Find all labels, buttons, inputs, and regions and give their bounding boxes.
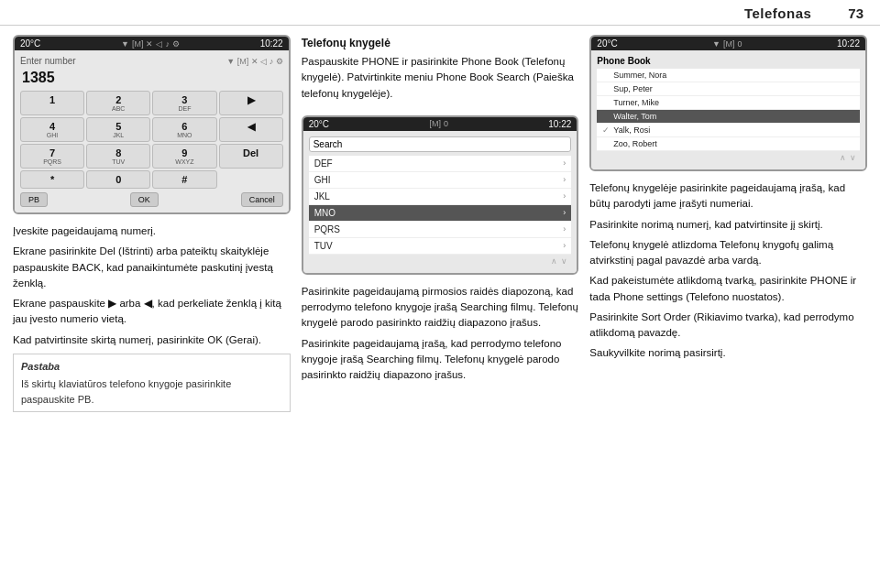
dialpad-key-del[interactable]: Del xyxy=(219,144,283,169)
screen3-icons: ▼ [M] 0 xyxy=(712,39,742,49)
screen3-item-summer[interactable]: Summer, Nora xyxy=(597,69,860,82)
list-item-mno[interactable]: MNO› xyxy=(309,205,572,222)
screen1-temp: 20°C xyxy=(20,38,40,49)
screen3-header: 20°C ▼ [M] 0 10:22 xyxy=(591,37,865,50)
col1-para-1: Įveskite pageidaujamą numerį. xyxy=(13,223,291,239)
screen3-item-turner[interactable]: Turner, Mike xyxy=(597,96,860,110)
screen2-icons: [M] 0 xyxy=(429,119,448,128)
scroll-up-icon[interactable]: ∧ xyxy=(551,256,557,266)
dialpad-arrow-right[interactable]: ▶ xyxy=(219,91,283,115)
screen1-label-row: Enter number ▼ [M] ✕ ◁ ♪ ⚙ xyxy=(20,56,283,66)
dialpad-key-3[interactable]: 3DEF xyxy=(152,91,216,115)
dialpad-screen: 20°C ▼ [M] ✕ ◁ ♪ ⚙ 10:22 Enter number ▼ … xyxy=(13,35,291,214)
column-3: 20°C ▼ [M] 0 10:22 Phone Book Summer, No… xyxy=(589,35,867,572)
list-item-jkl[interactable]: JKL› xyxy=(309,189,572,205)
screen2-header: 20°C [M] 0 10:22 xyxy=(303,117,578,131)
letters-list: DEF› GHI› JKL› MNO› PQRS› TUV› xyxy=(309,156,572,255)
screen3-scroll-down[interactable]: ∨ xyxy=(850,153,856,162)
dialpad-key-5[interactable]: 5JKL xyxy=(86,117,150,142)
phonebook-list: Summer, Nora Sup, Peter Turner, Mike Wal… xyxy=(597,69,860,151)
dialpad-key-6[interactable]: 6MNO xyxy=(152,117,216,142)
screen1-body: Enter number ▼ [M] ✕ ◁ ♪ ⚙ 1385 1 2ABC 3… xyxy=(15,50,289,212)
dialpad-key-star[interactable]: * xyxy=(20,170,84,189)
search-screen: 20°C [M] 0 10:22 Search DEF› GHI› xyxy=(302,115,579,275)
col2-section-title: Telefonų knygelė xyxy=(302,35,579,51)
page-number: 73 xyxy=(848,5,864,21)
dialpad-key-empty xyxy=(219,170,283,189)
screen3-body: Phone Book Summer, Nora Sup, Peter Turne… xyxy=(591,50,865,169)
col1-note: Pastaba Iš skirtų klaviatūros telefono k… xyxy=(13,354,291,413)
screen2-time: 10:22 xyxy=(548,119,571,129)
col1-text: Įveskite pageidaujamą numerį. Ekrane pas… xyxy=(13,223,291,412)
col2-section-title-block: Telefonų knygelė Paspauskite PHONE ir pa… xyxy=(302,35,579,106)
cancel-button[interactable]: Cancel xyxy=(241,192,283,207)
screen2-body: Search DEF› GHI› JKL› MNO› xyxy=(303,131,578,273)
dialpad-key-7[interactable]: 7PQRS xyxy=(20,144,84,169)
screen3-nav: ∧ ∨ xyxy=(597,151,860,164)
col3-text: Telefonų knygelėje pasirinkite pageidauj… xyxy=(589,180,867,366)
screen2-temp: 20°C xyxy=(309,119,329,129)
screen3-temp: 20°C xyxy=(597,38,617,49)
list-item-ghi[interactable]: GHI› xyxy=(309,172,572,189)
dialpad-arrow-left[interactable]: ◀ xyxy=(219,117,283,142)
col2-intro: Paspauskite PHONE ir pasirinkite Phone B… xyxy=(302,54,579,102)
col1-para-2: Ekrane pasirinkite Del (Ištrinti) arba p… xyxy=(13,244,291,291)
phonebook-screen: 20°C ▼ [M] 0 10:22 Phone Book Summer, No… xyxy=(589,35,867,171)
column-1: 20°C ▼ [M] ✕ ◁ ♪ ⚙ 10:22 Enter number ▼ … xyxy=(13,35,291,572)
dialpad-grid: 1 2ABC 3DEF ▶ 4GHI 5JKL 6MNO ◀ 7PQRS 8TU… xyxy=(20,91,283,189)
screen2-nav: ∧ ∨ xyxy=(309,255,572,267)
dialpad-key-1[interactable]: 1 xyxy=(20,91,84,115)
screen1-time: 10:22 xyxy=(260,38,283,49)
screen3-item-sup[interactable]: Sup, Peter xyxy=(597,82,860,96)
content-area: 20°C ▼ [M] ✕ ◁ ♪ ⚙ 10:22 Enter number ▼ … xyxy=(0,26,880,582)
screen3-item-yalk[interactable]: ✓ Yalk, Rosi xyxy=(597,124,860,137)
ok-button[interactable]: OK xyxy=(130,192,159,207)
screen1-header: 20°C ▼ [M] ✕ ◁ ♪ ⚙ 10:22 xyxy=(15,37,289,50)
screen3-time: 10:22 xyxy=(837,38,860,49)
col3-para-6: Saukyvilkite norimą pasirsirtį. xyxy=(589,345,867,361)
column-2: Telefonų knygelė Paspauskite PHONE ir pa… xyxy=(302,35,579,572)
col2-para-2: Pasirinkite pageidaujamą įrašą, kad perr… xyxy=(302,336,579,384)
screen3-item-walter[interactable]: Walter, Tom xyxy=(597,110,860,124)
col3-para-5: Pasirinkite Sort Order (Rikiavimo tvarka… xyxy=(589,310,867,342)
screen1-icons: ▼ [M] ✕ ◁ ♪ ⚙ xyxy=(121,39,180,49)
search-label: Search xyxy=(314,139,343,149)
screen1-status-icons: ▼ [M] ✕ ◁ ♪ ⚙ xyxy=(226,57,282,66)
col2-text: Pasirinkite pageidaujamą pirmosios raidė… xyxy=(302,284,579,388)
dialpad-key-8[interactable]: 8TUV xyxy=(86,144,150,169)
enter-number-label: Enter number xyxy=(20,56,76,66)
search-bar[interactable]: Search xyxy=(309,136,572,152)
phonebook-title: Phone Book xyxy=(597,56,860,66)
screen3-scroll-up[interactable]: ∧ xyxy=(840,153,846,162)
note-title: Pastaba xyxy=(21,359,282,375)
page-header: Telefonas 73 xyxy=(0,0,880,26)
list-item-pqrs[interactable]: PQRS› xyxy=(309,222,572,238)
dialpad-key-4[interactable]: 4GHI xyxy=(20,117,84,142)
pb-button[interactable]: PB xyxy=(20,192,48,207)
screen1-bottom-buttons: PB OK Cancel xyxy=(20,192,283,207)
dialpad-key-hash[interactable]: # xyxy=(152,170,216,189)
col1-para-4: Kad patvirtinsite skirtą numerį, pasirin… xyxy=(13,332,291,348)
col3-para-1: Telefonų knygelėje pasirinkite pageidauj… xyxy=(589,180,867,212)
dialpad-key-2[interactable]: 2ABC xyxy=(86,91,150,115)
scroll-down-icon[interactable]: ∨ xyxy=(561,256,567,266)
dialpad-key-0[interactable]: 0 xyxy=(86,170,150,189)
dialpad-key-9[interactable]: 9WXYZ xyxy=(152,144,216,169)
list-item-def[interactable]: DEF› xyxy=(309,156,572,172)
col2-para-1: Pasirinkite pageidaujamą pirmosios raidė… xyxy=(302,284,579,332)
col3-para-4: Kad pakeistumėte atlikdomą tvarką, pasir… xyxy=(589,273,867,305)
note-text: Iš skirtų klaviatūros telefono knygoje p… xyxy=(21,378,231,405)
col3-para-2: Pasirinkite norimą numerį, kad patvirtin… xyxy=(589,217,867,233)
entered-number: 1385 xyxy=(20,70,283,86)
col1-para-3: Ekrane paspauskite ▶ arba ◀, kad perkeli… xyxy=(13,296,291,328)
page-title: Telefonas xyxy=(744,5,811,21)
list-item-tuv[interactable]: TUV› xyxy=(309,238,572,255)
screen3-item-zoo[interactable]: Zoo, Robert xyxy=(597,137,860,151)
col3-para-3: Telefonų knygelė atlizdoma Telefonų knyg… xyxy=(589,237,867,269)
